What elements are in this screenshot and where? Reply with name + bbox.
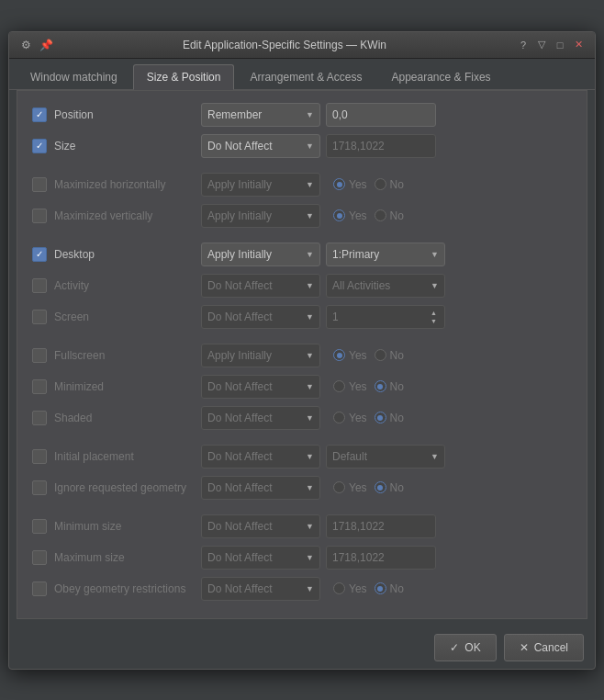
ok-button[interactable]: ✓ OK — [434, 634, 496, 661]
checkbox-obey-geometry[interactable] — [32, 581, 47, 596]
spin-down: ▼ — [429, 317, 439, 325]
ok-icon: ✓ — [450, 641, 459, 654]
checkbox-maximized-v[interactable] — [32, 209, 47, 223]
dropdown-size[interactable]: Do Not Affect ▼ — [201, 134, 320, 158]
dropdown-initial-placement: Do Not Affect ▼ — [201, 445, 320, 469]
maximize-button[interactable]: □ — [553, 38, 567, 52]
spinbox-screen-buttons: ▲ ▼ — [429, 309, 439, 325]
dropdown-activity-arrow: ▼ — [306, 281, 314, 290]
fields-desktop: Apply Initially ▼ 1:Primary ▼ — [201, 243, 572, 266]
label-obey-geometry: Obey geometry restrictions — [54, 582, 201, 595]
checkbox-size[interactable] — [32, 139, 47, 153]
fields-size: Do Not Affect ▼ 1718,1022 — [201, 134, 572, 158]
fields-minimized: Do Not Affect ▼ Yes No — [201, 375, 572, 399]
row-screen: Screen Do Not Affect ▼ 1 ▲ ▼ — [32, 304, 572, 330]
row-activity: Activity Do Not Affect ▼ All Activities … — [32, 273, 572, 299]
separator-2 — [32, 234, 572, 242]
window-title: Edit Application-Specific Settings — KWi… — [53, 39, 516, 51]
fields-maximized-v: Apply Initially ▼ Yes No — [201, 204, 572, 228]
tab-size-position[interactable]: Size & Position — [133, 64, 235, 90]
label-screen: Screen — [54, 310, 201, 323]
row-initial-placement: Initial placement Do Not Affect ▼ Defaul… — [32, 444, 572, 469]
dropdown-obeygeom-arrow: ▼ — [306, 584, 314, 593]
radio-igngeom-yes-circle — [333, 481, 345, 493]
row-maximized-h: Maximized horizontally Apply Initially ▼… — [32, 172, 572, 198]
pin-icon[interactable]: 📌 — [39, 38, 53, 52]
dropdown-desktop[interactable]: Apply Initially ▼ — [201, 243, 320, 266]
shade-button[interactable]: ▽ — [534, 38, 549, 52]
checkbox-maximized-h[interactable] — [32, 177, 47, 192]
radio-fullscreen: Yes No — [333, 349, 404, 362]
dropdown-screen-arrow: ▼ — [306, 312, 314, 322]
fields-ignore-geometry: Do Not Affect ▼ Yes No — [201, 476, 572, 500]
dropdown-shaded: Do Not Affect ▼ — [201, 406, 320, 430]
checkbox-position[interactable] — [32, 107, 47, 122]
row-ignore-geometry: Ignore requested geometry Do Not Affect … — [32, 475, 572, 501]
close-button[interactable]: ✕ — [571, 38, 586, 52]
row-maximized-v: Maximized vertically Apply Initially ▼ Y… — [32, 203, 572, 229]
tab-appearance-fixes[interactable]: Appearance & Fixes — [378, 64, 505, 89]
radio-maxh-yes-circle — [333, 178, 345, 190]
radio-igngeom-no-circle — [375, 481, 386, 493]
label-desktop: Desktop — [54, 248, 201, 261]
radio-shaded-yes: Yes — [333, 412, 367, 424]
row-desktop: Desktop Apply Initially ▼ 1:Primary ▼ — [32, 242, 572, 267]
input-position[interactable]: 0,0 — [326, 103, 436, 127]
fields-fullscreen: Apply Initially ▼ Yes No — [201, 344, 572, 367]
radio-maxh-yes: Yes — [333, 178, 367, 191]
dropdown-initplace-arrow: ▼ — [306, 452, 314, 461]
dropdown-size-arrow: ▼ — [306, 141, 314, 151]
radio-obey-geometry: Yes No — [333, 582, 404, 595]
label-maximized-v: Maximized vertically — [54, 209, 201, 222]
dropdown-shaded-arrow: ▼ — [306, 413, 314, 423]
radio-fullscreen-no: No — [375, 349, 404, 362]
tab-arrangement-access[interactable]: Arrangement & Access — [236, 64, 375, 89]
main-window: ⚙ 📌 Edit Application-Specific Settings —… — [8, 31, 596, 670]
checkbox-initial-placement[interactable] — [32, 449, 47, 464]
help-button[interactable]: ? — [516, 38, 531, 52]
titlebar: ⚙ 📌 Edit Application-Specific Settings —… — [9, 32, 595, 59]
dropdown-actval-arrow: ▼ — [431, 281, 439, 290]
app-icon: ⚙ — [18, 38, 33, 52]
dropdown-maxh-arrow: ▼ — [306, 180, 314, 189]
checkbox-fullscreen[interactable] — [32, 348, 47, 363]
dropdown-minimized: Do Not Affect ▼ — [201, 375, 320, 399]
radio-maxh-no: No — [375, 178, 404, 191]
radio-igngeom-yes: Yes — [333, 481, 367, 494]
dropdown-maxsize-arrow: ▼ — [306, 553, 314, 562]
dropdown-maximized-h: Apply Initially ▼ — [201, 173, 320, 197]
checkbox-activity[interactable] — [32, 278, 47, 293]
radio-fullscreen-yes: Yes — [333, 349, 367, 362]
radio-maxv-no: No — [375, 209, 404, 222]
titlebar-left-icons: ⚙ 📌 — [18, 38, 53, 52]
checkbox-shaded[interactable] — [32, 411, 47, 425]
tab-window-matching[interactable]: Window matching — [17, 64, 131, 89]
ok-label: OK — [464, 641, 480, 654]
radio-maximized-v: Yes No — [333, 209, 404, 222]
separator-5 — [32, 506, 572, 514]
checkbox-ignore-geometry[interactable] — [32, 480, 47, 495]
label-ignore-geometry: Ignore requested geometry — [54, 481, 201, 494]
checkbox-maximum-size[interactable] — [32, 550, 47, 565]
dropdown-position[interactable]: Remember ▼ — [201, 103, 320, 127]
radio-shaded-no-circle — [375, 412, 386, 423]
separator-1 — [32, 164, 572, 172]
footer: ✓ OK ✕ Cancel — [9, 627, 595, 669]
row-obey-geometry: Obey geometry restrictions Do Not Affect… — [32, 576, 572, 602]
checkbox-minimized[interactable] — [32, 379, 47, 394]
input-minimum-size: 1718,1022 — [326, 514, 436, 538]
cancel-button[interactable]: ✕ Cancel — [504, 634, 584, 661]
checkbox-screen[interactable] — [32, 310, 47, 324]
radio-minimized-yes-circle — [333, 380, 345, 392]
row-minimum-size: Minimum size Do Not Affect ▼ 1718,1022 — [32, 514, 572, 539]
checkbox-minimum-size[interactable] — [32, 519, 47, 534]
dropdown-desktop-value[interactable]: 1:Primary ▼ — [326, 243, 445, 266]
checkbox-desktop[interactable] — [32, 247, 47, 262]
cancel-label: Cancel — [534, 641, 568, 654]
dropdown-minimum-size: Do Not Affect ▼ — [201, 514, 320, 538]
radio-maxh-no-circle — [375, 178, 386, 190]
dropdown-maxv-arrow: ▼ — [306, 211, 314, 220]
label-position: Position — [54, 108, 201, 121]
radio-obeygeom-no: No — [375, 582, 404, 595]
input-size: 1718,1022 — [326, 134, 436, 158]
